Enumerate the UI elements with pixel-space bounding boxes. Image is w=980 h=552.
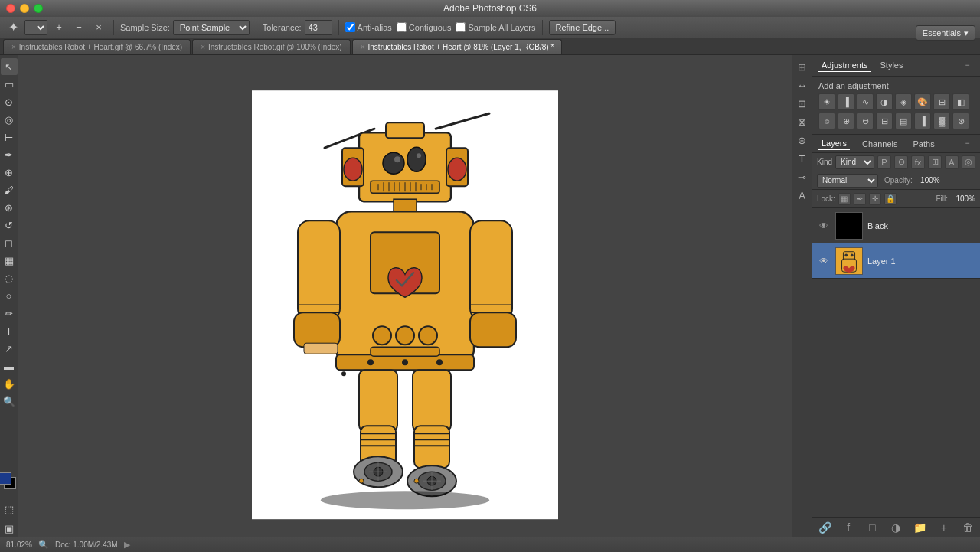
contiguous-checkbox[interactable] (397, 22, 407, 32)
adj-exposure-icon[interactable]: ◑ (876, 93, 893, 110)
maximize-button[interactable] (34, 4, 43, 13)
layer-eye-1[interactable]: 👁 (817, 254, 831, 268)
minimize-button[interactable] (20, 4, 29, 13)
clone-tool[interactable]: ⊛ (1, 199, 18, 216)
adj-selectivecolor-icon[interactable]: ⊛ (952, 113, 969, 129)
adj-hsl-icon[interactable]: 🎨 (914, 93, 931, 110)
layer-adjustment-btn[interactable]: ◑ (888, 520, 903, 535)
marquee-tool[interactable]: ▭ (1, 76, 18, 93)
adj-curves-icon[interactable]: ∿ (857, 93, 874, 110)
adjustments-tab[interactable]: Adjustments (818, 59, 871, 72)
quick-select-tool[interactable]: ◎ (1, 111, 18, 128)
adj-brightness-icon[interactable]: ☀ (818, 93, 835, 110)
canvas-area[interactable] (18, 55, 792, 537)
adj-levels-icon[interactable]: ▐ (838, 93, 854, 110)
filter-type-icon[interactable]: P (877, 155, 891, 169)
move-tool[interactable]: ↖ (1, 58, 18, 75)
blend-mode-select[interactable]: Normal (817, 174, 878, 188)
eyedropper-tool[interactable]: ✒ (1, 146, 18, 163)
filter-mode-icon[interactable]: ⊞ (928, 155, 942, 169)
anti-alias-checkbox[interactable] (345, 22, 355, 32)
pen-tool[interactable]: ✏ (1, 305, 18, 322)
lock-all-btn[interactable]: 🔒 (884, 193, 897, 205)
sample-all-layers-checkbox[interactable] (456, 22, 466, 32)
adj-colorbalance-icon[interactable]: ⊞ (933, 93, 950, 110)
screen-mode-btn[interactable]: ▣ (1, 520, 18, 537)
subtract-selection-btn[interactable]: − (70, 19, 87, 36)
wand-tool-option[interactable]: ✦ (5, 19, 21, 36)
rt-btn-4[interactable]: ⊠ (794, 113, 811, 130)
filter-smartobject-icon[interactable]: ◎ (962, 155, 975, 169)
brush-tool[interactable]: 🖌 (1, 181, 18, 198)
layer-fx-btn[interactable]: f (841, 520, 856, 535)
hand-tool[interactable]: ✋ (1, 375, 18, 392)
rt-btn-3[interactable]: ⊡ (794, 95, 811, 112)
zoom-icon[interactable]: 🔍 (38, 540, 49, 550)
adj-panel-collapse[interactable]: ≡ (962, 60, 974, 72)
adj-channelmixer-icon[interactable]: ⊕ (838, 113, 854, 129)
channels-tab[interactable]: Channels (859, 138, 900, 150)
filter-effects-icon[interactable]: fx (911, 155, 925, 169)
close-button[interactable] (6, 4, 15, 13)
filter-select[interactable]: Kind (835, 155, 874, 169)
healing-tool[interactable]: ⊕ (1, 164, 18, 181)
add-selection-btn[interactable]: + (51, 19, 67, 36)
layer-item-1[interactable]: 👁 Layer 1 (812, 243, 980, 279)
rt-btn-1[interactable]: ⊞ (794, 58, 811, 75)
lock-position-btn[interactable]: ✛ (869, 193, 881, 205)
adj-vibrance-icon[interactable]: ◈ (895, 93, 912, 110)
dodge-tool[interactable]: ○ (1, 287, 18, 304)
adj-colorlookup-icon[interactable]: ⊜ (857, 113, 874, 129)
crop-tool[interactable]: ⊢ (1, 129, 18, 145)
layers-panel-collapse[interactable]: ≡ (962, 138, 974, 150)
refine-edge-button[interactable]: Refine Edge... (549, 20, 616, 35)
sample-size-select[interactable]: Point Sample (173, 20, 250, 35)
adj-gradientmap-icon[interactable]: ▓ (933, 113, 950, 129)
rt-btn-6[interactable]: T (794, 150, 811, 167)
layer-delete-btn[interactable]: 🗑 (960, 520, 975, 535)
tab-2[interactable]: × Instructables Robot.gif @ 100% (Index) (192, 39, 351, 54)
layers-tab[interactable]: Layers (818, 137, 850, 150)
lock-paint-btn[interactable]: ✒ (854, 193, 866, 205)
filter-attribute-icon[interactable]: A (945, 155, 959, 169)
history-brush-tool[interactable]: ↺ (1, 217, 18, 234)
intersect-selection-btn[interactable]: × (90, 19, 107, 36)
layer-eye-black[interactable]: 👁 (817, 219, 831, 233)
layer-item-black[interactable]: 👁 Black (812, 208, 980, 243)
adj-bw-icon[interactable]: ◧ (952, 93, 969, 110)
rt-btn-7[interactable]: ⊸ (794, 168, 811, 185)
rt-btn-2[interactable]: ↔ (794, 77, 811, 93)
lock-transparent-btn[interactable]: ▦ (838, 193, 851, 205)
zoom-tool[interactable]: 🔍 (1, 393, 18, 410)
gradient-tool[interactable]: ▦ (1, 252, 18, 269)
tolerance-input[interactable]: 43 (305, 20, 332, 35)
filter-adjustments-icon[interactable]: ⊙ (894, 155, 908, 169)
layer-new-btn[interactable]: + (936, 520, 952, 535)
tab-close-3[interactable]: × (361, 43, 365, 51)
layer-link-btn[interactable]: 🔗 (817, 520, 832, 535)
tool-mode-select[interactable]: □ (24, 20, 47, 35)
shape-tool[interactable]: ▬ (1, 358, 18, 374)
rt-btn-8[interactable]: A (794, 187, 811, 204)
foreground-color-swatch[interactable] (0, 472, 11, 485)
adj-invert-icon[interactable]: ⊟ (876, 113, 893, 129)
quick-mask-btn[interactable]: ⬚ (1, 501, 18, 518)
lasso-tool[interactable]: ⊙ (1, 93, 18, 110)
blur-tool[interactable]: ◌ (1, 269, 18, 286)
tab-close-1[interactable]: × (11, 43, 16, 51)
styles-tab[interactable]: Styles (877, 59, 906, 72)
rt-btn-5[interactable]: ⊝ (794, 132, 811, 149)
eraser-tool[interactable]: ◻ (1, 234, 18, 251)
status-arrow-icon[interactable]: ▶ (124, 540, 130, 550)
essentials-button[interactable]: Essentials ▾ (916, 25, 975, 41)
layer-mask-btn[interactable]: □ (864, 520, 880, 535)
type-tool[interactable]: T (1, 322, 18, 339)
path-selection-tool[interactable]: ↗ (1, 340, 18, 357)
adj-threshold-icon[interactable]: ▐ (914, 113, 931, 129)
paths-tab[interactable]: Paths (910, 138, 938, 150)
layer-group-btn[interactable]: 📁 (913, 520, 928, 535)
tab-3[interactable]: × Instructables Robot + Heart @ 81% (Lay… (352, 39, 563, 54)
tab-close-2[interactable]: × (201, 43, 205, 51)
tab-1[interactable]: × Instructables Robot + Heart.gif @ 66.7… (3, 39, 191, 54)
adj-posterize-icon[interactable]: ▤ (895, 113, 912, 129)
